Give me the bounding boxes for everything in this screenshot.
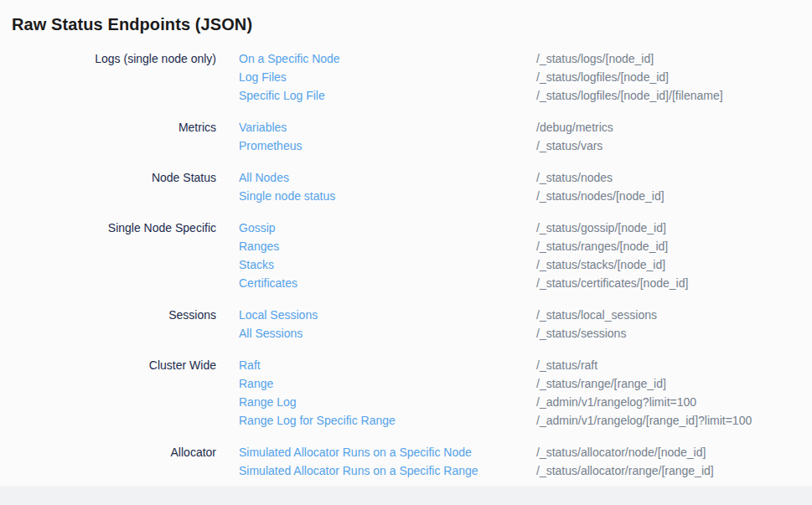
urls-column: /_status/logs/[node_id]/_status/logfiles… xyxy=(536,49,812,105)
links-column: RaftRangeRange LogRange Log for Specific… xyxy=(239,356,536,430)
section-row: Metrics VariablesPrometheus /debug/metri… xyxy=(12,118,812,155)
endpoint-url: /debug/metrics xyxy=(536,118,812,137)
endpoint-url: /_status/sessions xyxy=(536,324,812,343)
footer-band xyxy=(0,486,812,505)
endpoint-url: /_status/nodes/[node_id] xyxy=(536,187,812,205)
endpoint-link[interactable]: Local Sessions xyxy=(239,306,536,324)
links-column: VariablesPrometheus xyxy=(239,118,536,155)
category-label: Allocator xyxy=(12,443,216,461)
endpoint-url: /_admin/v1/rangelog/[range_id]?limit=100 xyxy=(536,411,812,430)
links-column: On a Specific NodeLog FilesSpecific Log … xyxy=(239,49,536,105)
endpoint-link[interactable]: Range Log for Specific Range xyxy=(239,411,536,430)
endpoint-url: /_status/range/[range_id] xyxy=(536,374,812,393)
endpoint-url: /_status/raft xyxy=(536,356,812,374)
urls-column: /debug/metrics/_status/vars xyxy=(536,118,812,155)
endpoint-url: /_status/vars xyxy=(536,137,812,155)
endpoint-link[interactable]: Specific Log File xyxy=(239,86,536,105)
section-row: Cluster Wide RaftRangeRange LogRange Log… xyxy=(12,356,812,430)
links-column: Simulated Allocator Runs on a Specific N… xyxy=(239,443,536,480)
endpoint-url: /_status/gossip/[node_id] xyxy=(536,219,812,237)
section-row: Node Status All NodesSingle node status … xyxy=(12,168,812,205)
endpoint-url: /_status/logfiles/[node_id] xyxy=(536,68,812,86)
endpoint-link[interactable]: Range xyxy=(239,374,536,393)
endpoint-link[interactable]: Simulated Allocator Runs on a Specific R… xyxy=(239,461,536,480)
section-row: Sessions Local SessionsAll Sessions /_st… xyxy=(12,306,812,343)
endpoint-link[interactable]: All Nodes xyxy=(239,168,536,187)
endpoint-link[interactable]: Range Log xyxy=(239,393,536,411)
endpoint-url: /_status/ranges/[node_id] xyxy=(536,237,812,255)
urls-column: /_status/nodes/_status/nodes/[node_id] xyxy=(536,168,812,205)
endpoint-link[interactable]: Certificates xyxy=(239,274,536,292)
endpoint-link[interactable]: Stacks xyxy=(239,255,536,274)
endpoint-link[interactable]: Single node status xyxy=(239,187,536,205)
endpoint-link[interactable]: Gossip xyxy=(239,219,536,237)
section-row: Single Node Specific GossipRangesStacksC… xyxy=(12,219,812,292)
category-label: Node Status xyxy=(12,168,216,187)
links-column: GossipRangesStacksCertificates xyxy=(239,219,536,292)
endpoint-url: /_status/certificates/[node_id] xyxy=(536,274,812,292)
endpoint-link[interactable]: All Sessions xyxy=(239,324,536,343)
endpoint-link[interactable]: Raft xyxy=(239,356,536,374)
urls-column: /_status/gossip/[node_id]/_status/ranges… xyxy=(536,219,812,292)
content-area: Raw Status Endpoints (JSON) Logs (single… xyxy=(0,0,812,486)
links-column: Local SessionsAll Sessions xyxy=(239,306,536,343)
urls-column: /_status/raft/_status/range/[range_id]/_… xyxy=(536,356,812,430)
endpoint-sections: Logs (single node only) On a Specific No… xyxy=(12,49,812,480)
category-label: Cluster Wide xyxy=(12,356,216,374)
category-label: Logs (single node only) xyxy=(12,49,216,68)
endpoint-link[interactable]: Log Files xyxy=(239,68,536,86)
endpoint-link[interactable]: Ranges xyxy=(239,237,536,255)
endpoint-url: /_status/local_sessions xyxy=(536,306,812,324)
endpoint-url: /_admin/v1/rangelog?limit=100 xyxy=(536,393,812,411)
endpoint-url: /_status/allocator/node/[node_id] xyxy=(536,443,812,461)
urls-column: /_status/local_sessions/_status/sessions xyxy=(536,306,812,343)
endpoint-url: /_status/logfiles/[node_id]/[filename] xyxy=(536,86,812,105)
urls-column: /_status/allocator/node/[node_id]/_statu… xyxy=(536,443,812,480)
endpoint-link[interactable]: On a Specific Node xyxy=(239,49,536,68)
endpoint-link[interactable]: Simulated Allocator Runs on a Specific N… xyxy=(239,443,536,461)
category-label: Metrics xyxy=(12,118,216,137)
page-title: Raw Status Endpoints (JSON) xyxy=(12,13,812,36)
endpoint-link[interactable]: Prometheus xyxy=(239,137,536,155)
category-label: Single Node Specific xyxy=(12,219,216,237)
section-row: Logs (single node only) On a Specific No… xyxy=(12,49,812,105)
endpoint-url: /_status/logs/[node_id] xyxy=(536,49,812,68)
section-row: Allocator Simulated Allocator Runs on a … xyxy=(12,443,812,480)
endpoint-link[interactable]: Variables xyxy=(239,118,536,137)
category-label: Sessions xyxy=(12,306,216,324)
endpoint-url: /_status/stacks/[node_id] xyxy=(536,255,812,274)
links-column: All NodesSingle node status xyxy=(239,168,536,205)
endpoint-url: /_status/nodes xyxy=(536,168,812,187)
endpoint-url: /_status/allocator/range/[range_id] xyxy=(536,461,812,480)
